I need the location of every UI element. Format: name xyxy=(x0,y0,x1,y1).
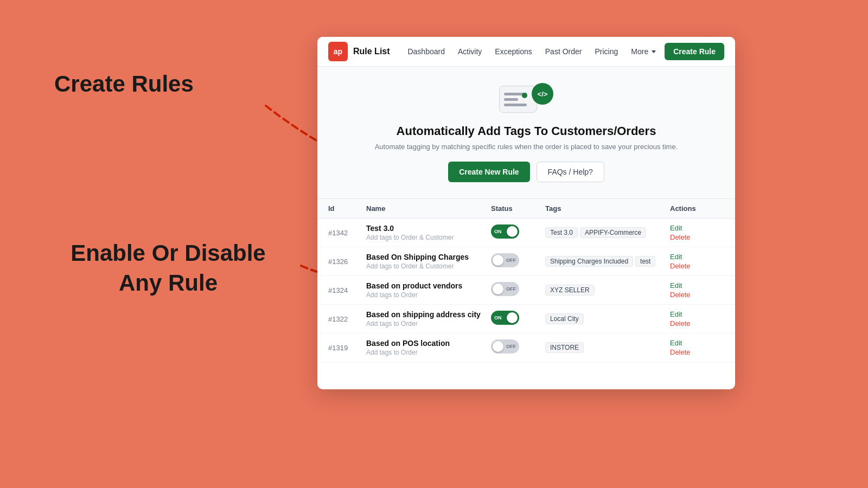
tag-badge: Local City xyxy=(545,313,584,324)
tag-badge: APPIFY-Commerce xyxy=(580,227,646,238)
rule-desc: Add tags to Order xyxy=(366,320,491,328)
delete-button[interactable]: Delete xyxy=(670,262,724,270)
rules-table: Id Name Status Tags Actions #1342 Test 3… xyxy=(317,199,735,362)
hero-section: </> Automatically Add Tags To Customers/… xyxy=(317,67,735,199)
toggle-knob xyxy=(493,284,503,294)
actions-cell: Edit Delete xyxy=(670,253,724,270)
toggle-label: ON xyxy=(494,315,502,320)
toggle-cell[interactable]: OFF xyxy=(491,253,545,269)
delete-button[interactable]: Delete xyxy=(670,233,724,241)
hero-icon: </> xyxy=(328,83,724,115)
nav-pricing[interactable]: Pricing xyxy=(595,47,618,56)
rule-info: Based on POS location Add tags to Order xyxy=(366,339,491,356)
rule-info: Based on shipping address city Add tags … xyxy=(366,310,491,328)
rule-toggle[interactable]: OFF xyxy=(491,253,519,267)
tags-cell: Test 3.0APPIFY-Commerce xyxy=(545,227,670,238)
rule-desc: Add tags to Order xyxy=(366,291,491,299)
hero-buttons: Create New Rule FAQs / Help? xyxy=(328,162,724,182)
rule-info: Based On Shipping Charges Add tags to Or… xyxy=(366,253,491,270)
col-name: Name xyxy=(366,204,491,213)
rule-toggle[interactable]: ON xyxy=(491,311,519,325)
toggle-label: OFF xyxy=(506,286,516,292)
delete-button[interactable]: Delete xyxy=(670,348,724,356)
toggle-knob xyxy=(507,226,518,237)
code-badge-icon: </> xyxy=(532,83,553,105)
navbar: ap Rule List Dashboard Activity Exceptio… xyxy=(317,37,735,67)
rule-name: Based on POS location xyxy=(366,339,491,348)
nav-exceptions[interactable]: Exceptions xyxy=(495,47,532,56)
delete-button[interactable]: Delete xyxy=(670,319,724,328)
table-row: #1342 Test 3.0 Add tags to Order & Custo… xyxy=(317,219,735,247)
tag-badge: Shipping Charges Included xyxy=(545,256,633,267)
tags-cell: XYZ SELLER xyxy=(545,285,670,296)
nav-past-order[interactable]: Past Order xyxy=(545,47,582,56)
edit-button[interactable]: Edit xyxy=(670,253,724,261)
tag-badge: INSTORE xyxy=(545,342,584,353)
tags-cell: Shipping Charges Includedtest xyxy=(545,256,670,267)
toggle-cell[interactable]: OFF xyxy=(491,339,545,356)
toggle-cell[interactable]: ON xyxy=(491,224,545,241)
tags-cell: Local City xyxy=(545,313,670,324)
toggle-knob xyxy=(493,341,503,352)
table-row: #1326 Based On Shipping Charges Add tags… xyxy=(317,247,735,276)
nav-dashboard[interactable]: Dashboard xyxy=(407,47,445,56)
delete-button[interactable]: Delete xyxy=(670,291,724,299)
rule-info: Test 3.0 Add tags to Order & Customer xyxy=(366,224,491,241)
tags-cell: INSTORE xyxy=(545,342,670,353)
actions-cell: Edit Delete xyxy=(670,310,724,328)
faq-help-button[interactable]: FAQs / Help? xyxy=(537,162,604,182)
rule-toggle[interactable]: OFF xyxy=(491,282,519,296)
edit-button[interactable]: Edit xyxy=(670,339,724,347)
toggle-label: OFF xyxy=(506,258,516,263)
table-body: #1342 Test 3.0 Add tags to Order & Custo… xyxy=(317,219,735,362)
toggle-label: ON xyxy=(494,229,502,234)
rule-name: Based on shipping address city xyxy=(366,310,491,319)
col-status: Status xyxy=(491,204,545,213)
table-row: #1324 Based on product vendors Add tags … xyxy=(317,276,735,305)
logo-area: ap Rule List xyxy=(328,42,390,61)
annotation-enable-disable: Enable Or Disable Any Rule xyxy=(33,239,304,298)
row-id: #1322 xyxy=(328,315,366,323)
hero-title: Automatically Add Tags To Customers/Orde… xyxy=(328,124,724,138)
rule-desc: Add tags to Order & Customer xyxy=(366,262,491,270)
edit-button[interactable]: Edit xyxy=(670,224,724,232)
toggle-cell[interactable]: OFF xyxy=(491,282,545,298)
toggle-label: OFF xyxy=(506,344,516,349)
actions-cell: Edit Delete xyxy=(670,339,724,356)
row-id: #1342 xyxy=(328,229,366,237)
rule-desc: Add tags to Order & Customer xyxy=(366,234,491,241)
rule-toggle[interactable]: OFF xyxy=(491,339,519,354)
rule-info: Based on product vendors Add tags to Ord… xyxy=(366,281,491,299)
tag-badge: test xyxy=(635,256,655,267)
table-row: #1322 Based on shipping address city Add… xyxy=(317,305,735,333)
edit-button[interactable]: Edit xyxy=(670,281,724,290)
hero-subtitle: Automate tagging by matching specific ru… xyxy=(328,143,724,151)
app-logo-icon: ap xyxy=(328,42,348,61)
toggle-cell[interactable]: ON xyxy=(491,311,545,327)
create-new-rule-button[interactable]: Create New Rule xyxy=(448,162,529,182)
tag-badge: Test 3.0 xyxy=(545,227,578,238)
app-title: Rule List xyxy=(353,47,390,56)
toggle-knob xyxy=(507,312,518,323)
row-id: #1319 xyxy=(328,344,366,352)
nav-links: Dashboard Activity Exceptions Past Order… xyxy=(407,47,656,56)
nav-activity[interactable]: Activity xyxy=(458,47,482,56)
rule-toggle[interactable]: ON xyxy=(491,224,519,239)
rule-name: Test 3.0 xyxy=(366,224,491,233)
rule-desc: Add tags to Order xyxy=(366,349,491,356)
col-actions: Actions xyxy=(670,204,724,213)
table-row: #1319 Based on POS location Add tags to … xyxy=(317,333,735,362)
rule-name: Based On Shipping Charges xyxy=(366,253,491,261)
col-id: Id xyxy=(328,204,366,213)
nav-more[interactable]: More xyxy=(631,47,656,56)
app-window: ap Rule List Dashboard Activity Exceptio… xyxy=(317,37,735,389)
toggle-knob xyxy=(493,255,503,266)
actions-cell: Edit Delete xyxy=(670,224,724,241)
chevron-down-icon xyxy=(652,50,656,53)
edit-button[interactable]: Edit xyxy=(670,310,724,318)
create-rule-nav-button[interactable]: Create Rule xyxy=(665,43,724,60)
tag-badge: XYZ SELLER xyxy=(545,285,595,296)
table-header: Id Name Status Tags Actions xyxy=(317,199,735,219)
row-id: #1326 xyxy=(328,258,366,266)
row-id: #1324 xyxy=(328,286,366,294)
